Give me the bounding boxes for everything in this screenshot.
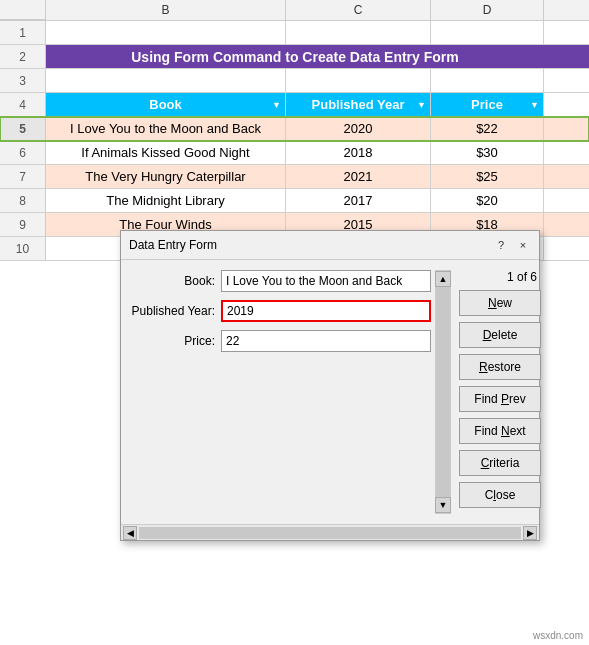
dialog-buttons-panel: 1 of 6 New Delete Restore Find Prev Find…: [459, 270, 541, 514]
row-num-5: 5: [0, 117, 46, 140]
cell-8b[interactable]: The Midnight Library: [46, 189, 286, 212]
cell-1b: [46, 21, 286, 44]
scroll-down-arrow[interactable]: ▼: [435, 497, 451, 513]
dialog-body: Book: Published Year: Price: ▲ ▼: [121, 260, 539, 524]
row-num-7: 7: [0, 165, 46, 188]
book-label: Book:: [131, 274, 221, 288]
cell-6b[interactable]: If Animals Kissed Good Night: [46, 141, 286, 164]
dialog-horizontal-scrollbar[interactable]: ◀ ▶: [121, 524, 539, 540]
col-book-header[interactable]: Book ▼: [46, 93, 286, 116]
row-num-10: 10: [0, 237, 46, 260]
col-year-header[interactable]: Published Year ▼: [286, 93, 431, 116]
cell-3c: [286, 69, 431, 92]
table-row: 8 The Midnight Library 2017 $20: [0, 189, 589, 213]
row-num-6: 6: [0, 141, 46, 164]
row-num-1: 1: [0, 21, 46, 44]
cell-1d: [431, 21, 544, 44]
cell-5b[interactable]: I Love You to the Moon and Back: [46, 117, 286, 140]
table-row: 1: [0, 21, 589, 45]
dialog-controls: ? ×: [493, 237, 531, 253]
year-field-row: Published Year:: [131, 300, 431, 322]
watermark: wsxdn.com: [533, 630, 583, 641]
book-field-row: Book:: [131, 270, 431, 292]
cell-7d[interactable]: $25: [431, 165, 544, 188]
row-num-2: 2: [0, 45, 46, 68]
cell-8c[interactable]: 2017: [286, 189, 431, 212]
dialog-help-button[interactable]: ?: [493, 237, 509, 253]
cell-8d[interactable]: $20: [431, 189, 544, 212]
scroll-track: [436, 287, 450, 497]
price-label: Price:: [131, 334, 221, 348]
price-dropdown-arrow[interactable]: ▼: [530, 93, 539, 116]
new-button[interactable]: New: [459, 290, 541, 316]
col-headers: B C D: [0, 0, 589, 21]
book-input[interactable]: [221, 270, 431, 292]
col-price-header[interactable]: Price ▼: [431, 93, 544, 116]
scroll-left-arrow[interactable]: ◀: [123, 526, 137, 540]
cell-6d[interactable]: $30: [431, 141, 544, 164]
table-row: 5 I Love You to the Moon and Back 2020 $…: [0, 117, 589, 141]
criteria-button[interactable]: Criteria: [459, 450, 541, 476]
find-next-button[interactable]: Find Next: [459, 418, 541, 444]
corner-cell: [0, 0, 46, 20]
fields-area: Book: Published Year: Price: ▲ ▼: [131, 270, 451, 514]
record-info: 1 of 6: [459, 270, 541, 284]
title-row: 2 Using Form Command to Create Data Entr…: [0, 45, 589, 69]
restore-button[interactable]: Restore: [459, 354, 541, 380]
price-input[interactable]: [221, 330, 431, 352]
price-field-row: Price:: [131, 330, 431, 352]
col-header-c: C: [286, 0, 431, 20]
close-form-button[interactable]: Close: [459, 482, 541, 508]
scroll-track-h: [139, 527, 521, 539]
spreadsheet: B C D 1 2 Using Form Command to Create D…: [0, 0, 589, 261]
table-row: 7 The Very Hungry Caterpillar 2021 $25: [0, 165, 589, 189]
year-label: Published Year:: [131, 304, 221, 318]
scroll-up-arrow[interactable]: ▲: [435, 271, 451, 287]
cell-3d: [431, 69, 544, 92]
dialog-title: Data Entry Form: [129, 238, 217, 252]
dialog-close-button[interactable]: ×: [515, 237, 531, 253]
scroll-right-arrow[interactable]: ▶: [523, 526, 537, 540]
table-row: 3: [0, 69, 589, 93]
dialog-titlebar: Data Entry Form ? ×: [121, 231, 539, 260]
row-num-8: 8: [0, 189, 46, 212]
year-dropdown-arrow[interactable]: ▼: [417, 93, 426, 116]
title-cell: Using Form Command to Create Data Entry …: [46, 45, 544, 68]
cell-5d[interactable]: $22: [431, 117, 544, 140]
cell-7c[interactable]: 2021: [286, 165, 431, 188]
row-num-3: 3: [0, 69, 46, 92]
cell-3b: [46, 69, 286, 92]
data-entry-form-dialog: Data Entry Form ? × Book: Published Year…: [120, 230, 540, 541]
cell-5c[interactable]: 2020: [286, 117, 431, 140]
row-num-4: 4: [0, 93, 46, 116]
cell-7b[interactable]: The Very Hungry Caterpillar: [46, 165, 286, 188]
find-prev-button[interactable]: Find Prev: [459, 386, 541, 412]
cell-1c: [286, 21, 431, 44]
row-num-9: 9: [0, 213, 46, 236]
dialog-fields: Book: Published Year: Price:: [131, 270, 431, 514]
header-row: 4 Book ▼ Published Year ▼ Price ▼: [0, 93, 589, 117]
delete-button[interactable]: Delete: [459, 322, 541, 348]
col-header-d: D: [431, 0, 544, 20]
dialog-vertical-scrollbar[interactable]: ▲ ▼: [435, 270, 451, 514]
year-input[interactable]: [221, 300, 431, 322]
col-header-b: B: [46, 0, 286, 20]
cell-6c[interactable]: 2018: [286, 141, 431, 164]
book-dropdown-arrow[interactable]: ▼: [272, 93, 281, 116]
table-row: 6 If Animals Kissed Good Night 2018 $30: [0, 141, 589, 165]
